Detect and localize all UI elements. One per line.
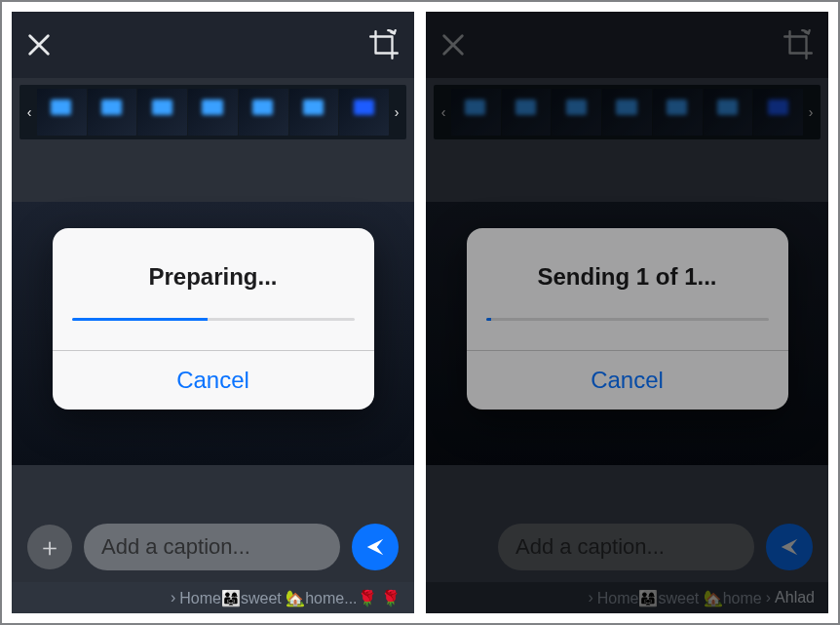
recipient-bar: › Home👨‍👩‍👧sweet 🏡home › Ahlad: [426, 582, 828, 613]
trim-handle-right[interactable]: ›: [389, 104, 404, 120]
filmstrip-frames: [451, 89, 803, 136]
chevron-right-icon: ›: [766, 589, 771, 606]
progress-bar: [72, 318, 355, 321]
frame-thumb: [37, 89, 87, 136]
top-bar: [12, 12, 414, 78]
recipient-chip[interactable]: Home👨‍👩‍👧sweet 🏡home...🌹 🌹: [179, 589, 401, 607]
add-media-button[interactable]: ＋: [27, 525, 72, 569]
frame-thumb: [239, 89, 288, 136]
recipient-chip[interactable]: Ahlad: [775, 589, 815, 606]
progress-dialog: Preparing... Cancel: [53, 228, 374, 410]
progress-bar: [486, 318, 769, 321]
frame-thumb: [502, 89, 552, 136]
screen-preparing: ‹ › Preparing... Cancel: [12, 12, 414, 613]
frame-thumb: [88, 89, 137, 136]
video-trim-filmstrip[interactable]: ‹ ›: [434, 85, 821, 139]
caption-input[interactable]: Add a caption...: [84, 524, 340, 570]
chevron-right-icon: ›: [588, 589, 592, 606]
frame-thumb: [704, 89, 753, 136]
dialog-title: Preparing...: [72, 263, 355, 291]
recipient-bar: › Home👨‍👩‍👧sweet 🏡home...🌹 🌹: [12, 582, 414, 613]
dialog-title: Sending 1 of 1...: [486, 263, 769, 291]
close-icon[interactable]: [25, 31, 53, 59]
frame-thumb: [289, 89, 339, 136]
progress-dialog: Sending 1 of 1... Cancel: [467, 228, 788, 410]
trim-handle-left[interactable]: ‹: [21, 104, 37, 120]
chevron-right-icon: ›: [171, 589, 175, 606]
progress-fill: [72, 318, 208, 321]
frame-thumb: [339, 89, 389, 136]
bottom-bar: ＋ Add a caption...: [426, 512, 828, 582]
frame-thumb: [552, 89, 601, 136]
cancel-button[interactable]: Cancel: [53, 351, 374, 410]
trim-handle-left[interactable]: ‹: [436, 104, 451, 120]
frame-thumb: [602, 89, 652, 136]
progress-fill: [486, 318, 492, 321]
caption-input[interactable]: Add a caption...: [498, 524, 754, 570]
crop-rotate-icon[interactable]: [782, 28, 815, 61]
top-bar: [426, 12, 828, 78]
frame-thumb: [137, 89, 187, 136]
video-trim-filmstrip[interactable]: ‹ ›: [19, 85, 406, 139]
cancel-button[interactable]: Cancel: [467, 351, 788, 410]
close-icon[interactable]: [439, 31, 467, 59]
trim-handle-right[interactable]: ›: [803, 104, 819, 120]
frame-thumb: [451, 89, 501, 136]
filmstrip-frames: [37, 89, 389, 136]
bottom-bar: ＋ Add a caption...: [12, 512, 414, 582]
frame-thumb: [753, 89, 803, 136]
screen-sending: ‹ › Sending 1 of 1... Cancel: [426, 12, 828, 613]
crop-rotate-icon[interactable]: [367, 28, 401, 61]
recipient-chip[interactable]: Home👨‍👩‍👧sweet 🏡home: [597, 589, 762, 607]
send-button[interactable]: [352, 524, 399, 570]
frame-thumb: [188, 89, 238, 136]
send-button[interactable]: [766, 524, 813, 570]
comparison-container: ‹ › Preparing... Cancel: [0, 0, 840, 625]
frame-thumb: [653, 89, 703, 136]
